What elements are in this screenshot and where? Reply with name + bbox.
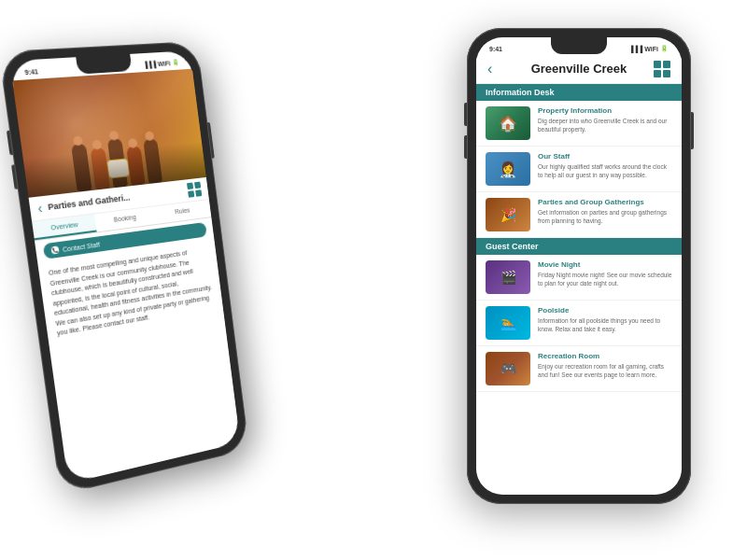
right-back-button[interactable]: ‹ (487, 61, 492, 77)
left-header-image (12, 69, 206, 198)
section-guest-center: Guest Center (476, 238, 682, 255)
item-title-movie: Movie Night (538, 260, 672, 269)
left-time: 9:41 (24, 68, 38, 76)
wifi-icon: WiFi (157, 60, 170, 67)
item-title-property: Property Information (538, 106, 672, 115)
item-desc-recreation: Enjoy our recreation room for all gaming… (538, 362, 672, 379)
party-image (12, 69, 206, 198)
item-title-recreation: Recreation Room (538, 352, 672, 360)
item-text-parties: Parties and Group Gatherings Get informa… (538, 198, 672, 225)
right-power-button[interactable] (691, 112, 694, 149)
thumb-recreation (486, 352, 530, 385)
thumb-property (486, 106, 530, 140)
left-phone-shell: 9:41 ▐▐▐ WiFi 🔋 (0, 41, 249, 496)
scene: 9:41 ▐▐▐ WiFi 🔋 (0, 0, 747, 560)
contact-staff-label: Contact Staff (63, 241, 101, 253)
power-button[interactable] (207, 122, 215, 159)
right-phone-screen: 9:41 ▐▐▐ WiFi 🔋 ‹ Greenville Creek (476, 37, 682, 495)
right-phone: 9:41 ▐▐▐ WiFi 🔋 ‹ Greenville Creek (467, 28, 691, 504)
item-desc-pool: Information for all poolside things you … (538, 316, 672, 333)
vol-up-button[interactable] (7, 131, 13, 156)
list-item-parties[interactable]: Parties and Group Gatherings Get informa… (476, 192, 682, 238)
vol-down-button[interactable] (11, 164, 18, 189)
right-notch (551, 37, 607, 54)
right-battery-icon: 🔋 (660, 45, 669, 52)
right-header: ‹ Greenville Creek (476, 56, 682, 84)
right-grid-icon[interactable] (654, 61, 670, 77)
left-status-icons: ▐▐▐ WiFi 🔋 (143, 59, 180, 68)
thumb-parties (486, 198, 530, 231)
right-vol-down-button[interactable] (464, 135, 467, 159)
left-phone: 9:41 ▐▐▐ WiFi 🔋 (0, 41, 249, 496)
signal-icon: ▐▐▐ (143, 61, 157, 68)
item-text-recreation: Recreation Room Enjoy our recreation roo… (538, 352, 672, 379)
right-vol-up-button[interactable] (464, 103, 467, 126)
item-text-property: Property Information Dig deeper into who… (538, 106, 672, 133)
item-title-pool: Poolside (538, 306, 672, 315)
right-wifi-icon: WiFi (644, 46, 658, 52)
item-text-staff: Our Staff Our highly qualified staff wor… (538, 152, 672, 179)
item-title-staff: Our Staff (538, 152, 672, 161)
phone-icon: 📞 (50, 245, 59, 254)
thumb-pool (486, 306, 530, 340)
left-phone-screen: 9:41 ▐▐▐ WiFi 🔋 (9, 50, 240, 483)
right-title: Greenville Creek (531, 62, 627, 76)
right-screen-content: Information Desk Property Information Di… (476, 84, 682, 495)
right-time: 9:41 (489, 46, 502, 52)
battery-icon: 🔋 (172, 59, 180, 66)
list-item-staff[interactable]: Our Staff Our highly qualified staff wor… (476, 147, 682, 192)
right-title-row: ‹ Greenville Creek (487, 60, 670, 77)
item-text-pool: Poolside Information for all poolside th… (538, 306, 672, 333)
right-phone-shell: 9:41 ▐▐▐ WiFi 🔋 ‹ Greenville Creek (467, 28, 691, 504)
item-text-movie: Movie Night Friday Night movie night! Se… (538, 260, 672, 287)
item-title-parties: Parties and Group Gatherings (538, 198, 672, 206)
list-item-pool[interactable]: Poolside Information for all poolside th… (476, 301, 682, 346)
item-desc-parties: Get information on parties and group gat… (538, 208, 672, 225)
item-desc-movie: Friday Night movie night! See our movie … (538, 271, 672, 287)
section-info-desk: Information Desk (476, 84, 682, 101)
list-item-movie[interactable]: Movie Night Friday Night movie night! Se… (476, 255, 682, 301)
left-back-button[interactable]: ‹ (36, 200, 43, 216)
item-desc-property: Dig deeper into who Greenville Creek is … (538, 117, 672, 133)
list-item-recreation[interactable]: Recreation Room Enjoy our recreation roo… (476, 346, 682, 392)
right-signal-icon: ▐▐▐ (628, 46, 642, 52)
left-grid-icon[interactable] (187, 182, 202, 198)
item-desc-staff: Our highly qualified staff works around … (538, 162, 672, 179)
right-status-icons: ▐▐▐ WiFi 🔋 (628, 45, 669, 52)
thumb-movie (486, 260, 530, 294)
list-item-property[interactable]: Property Information Dig deeper into who… (476, 101, 682, 147)
thumb-staff (486, 152, 530, 186)
